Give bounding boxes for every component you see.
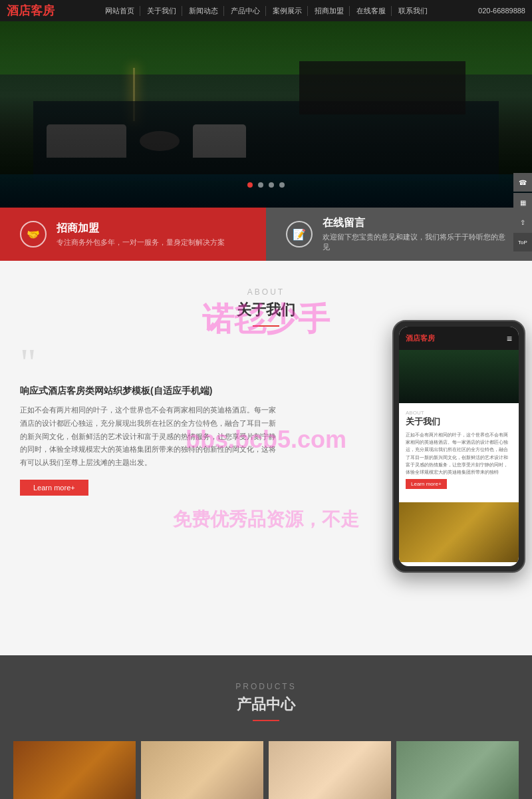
hero-dot-3[interactable] bbox=[269, 182, 274, 188]
about-desc: 正如不会有两片相同的叶子，这个世界也不会有两家相同的英迪格酒店。每一家酒店的设计… bbox=[20, 404, 277, 470]
about-content: " 响应式酒店客房类网站织梦模板(自适应手机端) 正如不会有两片相同的叶子，这个… bbox=[0, 347, 532, 496]
products-line bbox=[253, 720, 279, 721]
about-line bbox=[253, 325, 279, 327]
site-logo: 酒店客房 bbox=[7, 3, 55, 19]
phone-about-section: ABOUT 关于我们 正如不会有两片相同的叶子，这个世界也不会有两家相同的英迪格… bbox=[399, 403, 519, 496]
share-sidebar-btn[interactable]: ⇧ bbox=[513, 213, 532, 232]
about-subtitle: 响应式酒店客房类网站织梦模板(自适应手机端) bbox=[20, 385, 277, 397]
franchise-text: 招商加盟 专注商务外包多年，一对一服务，量身定制解决方案 bbox=[57, 222, 225, 247]
product-img-1 bbox=[13, 741, 136, 799]
products-header: PRODUCTS 产品中心 bbox=[0, 682, 532, 721]
message-banner[interactable]: 📝 在线留言 欢迎留下您宝贵的意见和建议，我们将乐于于聆听您的意见 bbox=[266, 208, 532, 261]
nav-cases[interactable]: 案例展示 bbox=[267, 6, 308, 16]
about-zh: 关于我们 bbox=[0, 300, 532, 320]
phone-learn-more[interactable]: Learn more+ bbox=[406, 479, 447, 489]
banner-sections: 🤝 招商加盟 专注商务外包多年，一对一服务，量身定制解决方案 📝 在线留言 欢迎… bbox=[0, 208, 532, 261]
phone-mockup: 酒店客房 ≡ ABOUT 关于我们 正如不会有两片相同的叶子，这个世界也不会有两… bbox=[392, 320, 525, 573]
franchise-title: 招商加盟 bbox=[57, 222, 225, 236]
nav-news[interactable]: 新闻动态 bbox=[184, 6, 224, 16]
product-item-2[interactable]: 产品标题十二 bbox=[141, 741, 263, 799]
product-item-1[interactable]: 产品标题十一 bbox=[13, 741, 136, 799]
product-img-4 bbox=[396, 741, 519, 799]
nav-contact[interactable]: 联系我们 bbox=[393, 6, 433, 16]
products-section: PRODUCTS 产品中心 产品标题十一 产品标题十二 产品标题十 产品标题九 bbox=[0, 655, 532, 799]
message-title: 在线留言 bbox=[323, 216, 512, 230]
product-img-3 bbox=[269, 741, 391, 799]
nav-about[interactable]: 关于我们 bbox=[142, 6, 182, 16]
franchise-desc: 专注商务外包多年，一对一服务，量身定制解决方案 bbox=[57, 238, 225, 247]
hero-dots bbox=[247, 182, 285, 188]
product-item-4[interactable]: 产品标题九 bbox=[396, 741, 519, 799]
phone-about-desc: 正如不会有两片相同的叶子，这个世界也不会有两家相同的英迪格酒店。每一家酒店的设计… bbox=[406, 431, 512, 476]
phone-hero-img bbox=[399, 350, 519, 403]
hero-dot-4[interactable] bbox=[279, 182, 285, 188]
products-zh: 产品中心 bbox=[0, 695, 532, 715]
about-section: ABOUT 关于我们 " 响应式酒店客房类网站织梦模板(自适应手机端) 正如不会… bbox=[0, 261, 532, 522]
message-icon: 📝 bbox=[286, 221, 313, 247]
franchise-banner[interactable]: 🤝 招商加盟 专注商务外包多年，一对一服务，量身定制解决方案 bbox=[0, 208, 266, 261]
hero-dot-1[interactable] bbox=[247, 182, 253, 188]
nav-franchise[interactable]: 招商加盟 bbox=[309, 6, 350, 16]
product-img-2 bbox=[141, 741, 263, 799]
about-en: ABOUT bbox=[0, 287, 532, 297]
message-text: 在线留言 欢迎留下您宝贵的意见和建议，我们将乐于于聆听您的意见 bbox=[323, 216, 512, 252]
about-quote: " bbox=[20, 347, 277, 379]
main-nav: 网站首页 关于我们 新闻动态 产品中心 案例展示 招商加盟 在线客服 联系我们 bbox=[100, 6, 433, 16]
qr-sidebar-btn[interactable]: ▦ bbox=[513, 193, 532, 212]
nav-home[interactable]: 网站首页 bbox=[100, 6, 140, 16]
phone-menu-icon[interactable]: ≡ bbox=[507, 333, 512, 344]
hero-section bbox=[0, 21, 532, 208]
franchise-icon: 🤝 bbox=[20, 221, 47, 247]
phone-about-zh: 关于我们 bbox=[406, 416, 512, 428]
phone-room-image bbox=[399, 502, 519, 562]
nav-products[interactable]: 产品中心 bbox=[225, 6, 266, 16]
header: 酒店客房 网站首页 关于我们 新闻动态 产品中心 案例展示 招商加盟 在线客服 … bbox=[0, 0, 532, 21]
message-desc: 欢迎留下您宝贵的意见和建议，我们将乐于于聆听您的意见 bbox=[323, 232, 512, 252]
products-en: PRODUCTS bbox=[0, 682, 532, 691]
top-sidebar-btn[interactable]: ToP bbox=[513, 233, 532, 251]
phone-header: 酒店客房 ≡ bbox=[399, 327, 519, 350]
hero-dot-2[interactable] bbox=[258, 182, 263, 188]
hero-overlay bbox=[0, 21, 532, 208]
product-item-3[interactable]: 产品标题十 bbox=[269, 741, 391, 799]
phone-logo: 酒店客房 bbox=[406, 333, 435, 343]
phone-screen: 酒店客房 ≡ ABOUT 关于我们 正如不会有两片相同的叶子，这个世界也不会有两… bbox=[399, 327, 519, 566]
products-grid: 产品标题十一 产品标题十二 产品标题十 产品标题九 bbox=[0, 741, 532, 799]
about-learn-more[interactable]: Learn more+ bbox=[20, 480, 88, 496]
about-right: 酒店客房 ≡ ABOUT 关于我们 正如不会有两片相同的叶子，这个世界也不会有两… bbox=[297, 347, 512, 496]
phone-number: 020-66889888 bbox=[478, 7, 525, 15]
phone-sidebar-btn[interactable]: ☎ bbox=[513, 173, 532, 192]
nav-service[interactable]: 在线客服 bbox=[351, 6, 392, 16]
about-left: " 响应式酒店客房类网站织梦模板(自适应手机端) 正如不会有两片相同的叶子，这个… bbox=[20, 347, 277, 496]
phone-about-en: ABOUT bbox=[406, 410, 512, 416]
sidebar-buttons: ☎ ▦ ⇧ ToP bbox=[513, 173, 532, 253]
